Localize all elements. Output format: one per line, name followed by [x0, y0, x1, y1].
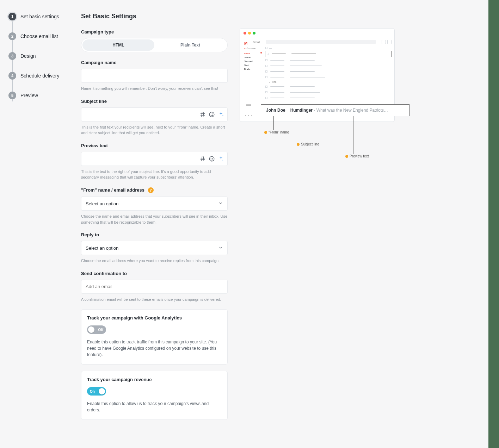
step-number: 5 — [8, 92, 16, 99]
toggle-knob — [88, 326, 94, 333]
hash-icon[interactable] — [199, 111, 206, 118]
ga-toggle[interactable]: Off — [87, 325, 106, 334]
mock-row — [265, 85, 392, 89]
revenue-toggle[interactable]: On — [87, 387, 106, 396]
campaign-name-help: Name it something you will remember. Don… — [81, 86, 228, 92]
mock-sidebar: Compose Inbox Starred Snoozed Sent Draft… — [244, 47, 262, 106]
chevron-down-icon — [218, 201, 223, 207]
mock-snoozed: Snoozed — [244, 60, 262, 63]
page-title: Set Basic Settings — [81, 13, 228, 20]
leader-subject — [304, 116, 304, 142]
step-number: 3 — [8, 52, 16, 60]
confirmation-input[interactable] — [81, 280, 228, 294]
mock-sent: Sent — [244, 64, 262, 67]
step-label: Schedule delivery — [20, 73, 60, 79]
revenue-desc: Enable this option to allow us to track … — [87, 400, 222, 413]
mock-mail-list: GTD — [265, 47, 392, 106]
mock-tool-icon — [387, 40, 392, 44]
leader-preview-label: Preview text — [345, 154, 369, 158]
subject-label: Subject line — [81, 99, 228, 104]
callout-from: John Doe — [266, 108, 285, 113]
svg-point-13 — [212, 158, 213, 158]
campaign-name-input[interactable] — [81, 69, 228, 83]
revenue-card: Track your campaign revenue On Enable th… — [81, 371, 228, 420]
campaign-type-html[interactable]: HTML — [82, 39, 154, 51]
inbox-row-callout: John Doe Humdinger - What was the New En… — [261, 104, 409, 116]
svg-line-3 — [203, 112, 204, 117]
campaign-name-label: Campaign name — [81, 60, 228, 65]
hamburger-icon — [246, 103, 251, 106]
svg-point-11 — [209, 156, 214, 161]
confirmation-label: Send confirmation to — [81, 271, 228, 276]
step-schedule-delivery[interactable]: 4 Schedule delivery — [8, 72, 69, 80]
mock-row — [265, 58, 392, 62]
mock-row — [265, 64, 392, 68]
emoji-icon[interactable] — [209, 156, 215, 162]
campaign-type-plain[interactable]: Plain Text — [154, 39, 226, 51]
leader-from-label: "From" name — [264, 130, 289, 134]
mock-row — [265, 51, 392, 57]
from-help: Choose the name and email address that y… — [81, 213, 228, 225]
step-choose-email-list[interactable]: 2 Choose email list — [8, 32, 69, 40]
ga-toggle-state: Off — [98, 328, 103, 332]
reply-to-label: Reply to — [81, 232, 228, 237]
from-placeholder: Select an option — [86, 201, 118, 206]
step-set-basic-settings[interactable]: 1 Set basic settings — [8, 13, 69, 20]
help-icon[interactable]: ? — [148, 187, 154, 193]
mock-drafts: Drafts — [244, 68, 262, 71]
callout-preview: - What was the New Englend Patriots… — [314, 108, 388, 113]
sparkle-icon[interactable] — [218, 111, 224, 118]
svg-line-9 — [202, 156, 202, 161]
mock-compose: Compose — [244, 47, 262, 50]
callout-subject: Humdinger — [290, 108, 313, 113]
toggle-knob — [99, 388, 105, 394]
svg-line-2 — [202, 112, 202, 117]
step-number: 4 — [8, 72, 16, 80]
ga-title: Track your campaign with Google Analytic… — [87, 315, 222, 321]
revenue-toggle-state: On — [90, 390, 95, 393]
mock-titlebar — [240, 29, 394, 38]
step-label: Design — [20, 53, 36, 59]
confirmation-help: A confirmation email will be sent to the… — [81, 297, 228, 303]
leader-from — [273, 116, 274, 130]
settings-form: Set Basic Settings Campaign type HTML Pl… — [81, 13, 228, 426]
from-select[interactable]: Select an option — [81, 197, 228, 211]
step-number: 2 — [8, 32, 16, 40]
mock-category: GTD — [269, 81, 392, 83]
step-label: Choose email list — [20, 33, 58, 39]
hash-icon[interactable] — [199, 156, 206, 162]
close-dot-icon — [244, 32, 246, 35]
leader-preview — [353, 116, 353, 154]
gmail-logo-icon — [244, 40, 250, 44]
right-edge-strip — [488, 0, 499, 448]
min-dot-icon — [248, 32, 251, 35]
preview-text-label: Preview text — [81, 143, 228, 148]
google-analytics-card: Track your campaign with Google Analytic… — [81, 309, 228, 365]
mock-brand: Gmail — [253, 41, 260, 44]
reply-to-placeholder: Select an option — [86, 245, 118, 251]
revenue-title: Track your campaign revenue — [87, 377, 222, 382]
step-label: Set basic settings — [20, 14, 59, 20]
mock-tool-icon — [382, 40, 386, 44]
campaign-type-segmented: HTML Plain Text — [81, 38, 228, 52]
max-dot-icon — [253, 32, 255, 35]
sparkle-icon[interactable] — [218, 156, 224, 162]
reply-to-select[interactable]: Select an option — [81, 241, 228, 255]
step-preview[interactable]: 5 Preview — [8, 92, 69, 99]
campaign-type-label: Campaign type — [81, 29, 228, 35]
step-label: Preview — [20, 93, 38, 99]
from-label: "From" name / email address ? — [81, 187, 228, 193]
emoji-icon[interactable] — [209, 111, 215, 118]
mock-inbox: Inbox — [244, 52, 262, 55]
svg-line-10 — [203, 156, 204, 161]
mock-row — [265, 69, 392, 74]
reply-to-help: Choose the email address where you want … — [81, 258, 228, 264]
svg-point-12 — [211, 158, 211, 158]
svg-point-5 — [211, 114, 211, 114]
mock-row — [265, 96, 392, 100]
mock-search-bar — [266, 40, 376, 44]
step-design[interactable]: 3 Design — [8, 52, 69, 60]
step-connector — [12, 20, 13, 101]
step-number: 1 — [8, 13, 16, 20]
mock-row — [265, 90, 392, 94]
